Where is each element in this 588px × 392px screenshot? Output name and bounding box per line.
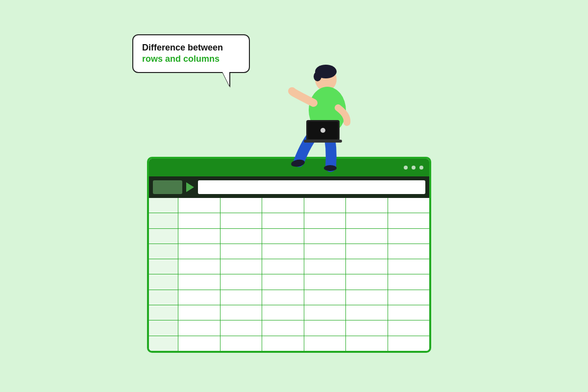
grid-cell: [149, 213, 178, 228]
grid-row: [149, 305, 429, 320]
grid-cell: [262, 213, 304, 228]
grid-cell: [262, 336, 304, 351]
spreadsheet-window: [147, 157, 431, 353]
grid-row: [149, 336, 429, 351]
grid-cell: [304, 244, 346, 259]
grid-cell: [149, 290, 178, 305]
window-dot-3: [419, 166, 423, 170]
grid-cell: [178, 259, 220, 274]
grid-row: [149, 229, 429, 244]
grid-cell: [304, 274, 346, 289]
grid-cell: [346, 259, 388, 274]
grid-cell: [178, 274, 220, 289]
grid-cell: [149, 305, 178, 320]
grid-cell: [178, 213, 220, 228]
grid-cell: [149, 244, 178, 259]
speech-bubble: Difference between rows and columns: [132, 34, 250, 73]
grid-cell: [262, 229, 304, 244]
grid-cell: [346, 336, 388, 351]
grid-cell: [149, 229, 178, 244]
grid-cell: [304, 290, 346, 305]
spreadsheet-grid: [149, 198, 429, 351]
grid-row: [149, 259, 429, 274]
main-scene: Difference between rows and columns: [122, 29, 466, 363]
grid-cell: [346, 244, 388, 259]
grid-cell: [346, 198, 388, 213]
grid-cell: [220, 305, 263, 320]
grid-cell: [346, 290, 388, 305]
grid-cell: [346, 213, 388, 228]
grid-cell: [388, 274, 430, 289]
grid-row: [149, 274, 429, 290]
grid-cell: [178, 198, 220, 213]
grid-cell: [262, 274, 304, 289]
svg-point-4: [288, 87, 296, 95]
grid-row: [149, 320, 429, 336]
grid-cell: [262, 244, 304, 259]
grid-cell: [149, 336, 178, 351]
grid-cell: [149, 274, 178, 289]
grid-row: [149, 198, 429, 213]
grid-cell: [304, 320, 346, 335]
grid-row: [149, 213, 429, 228]
grid-cell: [262, 290, 304, 305]
bubble-text-line2: rows and columns: [142, 53, 240, 65]
grid-cell: [304, 198, 346, 213]
grid-cell: [220, 244, 263, 259]
grid-cell: [388, 198, 430, 213]
grid-cell: [220, 213, 263, 228]
grid-cell: [178, 290, 220, 305]
window-dot-2: [412, 166, 416, 170]
grid-cell: [388, 259, 430, 274]
svg-rect-10: [304, 140, 342, 143]
grid-row: [149, 244, 429, 259]
grid-cell: [178, 320, 220, 335]
grid-cell: [178, 229, 220, 244]
grid-cell: [178, 305, 220, 320]
grid-cell: [388, 244, 430, 259]
grid-cell: [304, 259, 346, 274]
grid-cell: [388, 290, 430, 305]
grid-cell: [388, 305, 430, 320]
grid-cell: [346, 320, 388, 335]
grid-cell: [304, 213, 346, 228]
bubble-text-line1: Difference between: [142, 42, 240, 53]
grid-row: [149, 290, 429, 305]
grid-cell: [220, 259, 263, 274]
grid-cell: [346, 274, 388, 289]
grid-cell: [220, 274, 263, 289]
svg-point-9: [320, 128, 325, 133]
svg-point-6: [324, 165, 337, 171]
grid-cell: [220, 290, 263, 305]
grid-cell: [346, 229, 388, 244]
cell-indicator: [153, 180, 182, 194]
grid-cell: [178, 336, 220, 351]
grid-cell: [220, 229, 263, 244]
grid-cell: [388, 320, 430, 335]
grid-cell: [262, 198, 304, 213]
grid-cell: [220, 198, 263, 213]
grid-cell: [304, 229, 346, 244]
grid-cell: [346, 305, 388, 320]
svg-point-2: [314, 72, 321, 81]
grid-cell: [149, 198, 178, 213]
grid-cell: [304, 305, 346, 320]
grid-cell: [388, 229, 430, 244]
grid-cell: [220, 336, 263, 351]
grid-cell: [178, 244, 220, 259]
grid-cell: [262, 259, 304, 274]
grid-cell: [262, 305, 304, 320]
grid-cell: [220, 320, 263, 335]
window-dot-1: [404, 166, 408, 170]
grid-cell: [304, 336, 346, 351]
grid-cell: [388, 336, 430, 351]
toolbar-arrow-icon: [186, 182, 194, 192]
grid-cell: [262, 320, 304, 335]
grid-cell: [149, 320, 178, 335]
grid-cell: [149, 259, 178, 274]
grid-cell: [388, 213, 430, 228]
person-illustration: [274, 59, 363, 181]
